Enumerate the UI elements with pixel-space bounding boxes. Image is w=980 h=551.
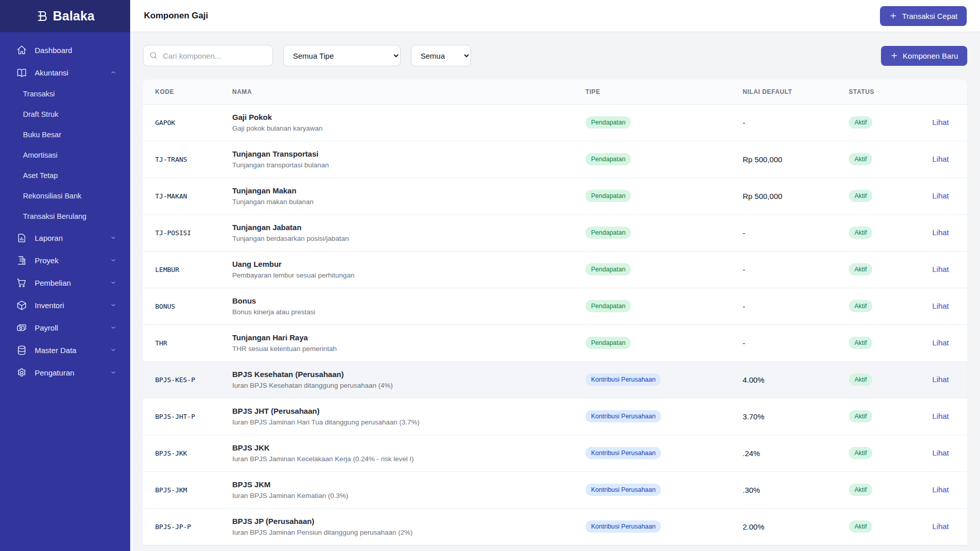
component-name: BPJS JP (Perusahaan) (232, 516, 579, 527)
default-value: - (727, 324, 835, 361)
default-value: 4.00% (727, 361, 835, 398)
banknotes-icon (16, 322, 27, 333)
sidebar-item-label: Inventori (35, 301, 102, 310)
sidebar-subitem-draft-struk[interactable]: Draft Struk (0, 104, 130, 124)
status-badge: Aktif (849, 484, 872, 496)
component-name: Uang Lembur (232, 259, 579, 269)
component-code: BPJS-JKK (143, 435, 232, 471)
sidebar-item-pengaturan[interactable]: Pengaturan (0, 361, 130, 384)
content: Semua Tipe Semua Komponen Baru KODE NAMA… (130, 32, 980, 551)
sidebar-item-laporan[interactable]: Laporan (0, 227, 130, 249)
default-value: - (727, 104, 835, 141)
component-description: Iuran BPJS Kesehatan ditanggung perusaha… (232, 381, 579, 391)
view-link[interactable]: Lihat (932, 155, 949, 163)
column-header-nilai-default: NILAI DEFAULT (727, 80, 835, 104)
view-link[interactable]: Lihat (932, 302, 949, 310)
sidebar-subitem-rekonsiliasi-bank[interactable]: Rekonsiliasi Bank (0, 186, 130, 206)
main-area: Komponen Gaji Transaksi Cepat Semua Tipe… (130, 0, 980, 551)
view-link[interactable]: Lihat (932, 265, 949, 273)
sidebar-subitem-amortisasi[interactable]: Amortisasi (0, 145, 130, 165)
view-link[interactable]: Lihat (932, 338, 949, 347)
view-link[interactable]: Lihat (932, 412, 949, 420)
component-description: Iuran BPJS Jaminan Pensiun ditanggung pe… (232, 528, 579, 538)
sidebar-subitem-aset-tetap[interactable]: Aset Tetap (0, 165, 130, 186)
search-input[interactable] (143, 45, 273, 66)
component-name: BPJS Kesehatan (Perusahaan) (232, 369, 579, 380)
column-header-action (911, 80, 967, 104)
component-name: BPJS JKM (232, 479, 579, 490)
view-link[interactable]: Lihat (932, 191, 949, 200)
sidebar-item-pembelian[interactable]: Pembelian (0, 271, 130, 294)
component-code: BONUS (143, 288, 232, 324)
quick-transaction-button[interactable]: Transaksi Cepat (880, 6, 967, 26)
sidebar-item-payroll[interactable]: Payroll (0, 316, 130, 339)
chevron-down-icon (110, 279, 117, 286)
status-badge: Aktif (849, 520, 872, 533)
type-badge: Pendapatan (585, 263, 631, 276)
column-header-status: STATUS (835, 80, 911, 104)
component-code: TJ-POSISI (143, 214, 232, 251)
table-row: TJ-POSISITunjangan JabatanTunjangan berd… (143, 214, 967, 251)
app-logo: Balaka (0, 0, 130, 32)
component-code: LEMBUR (143, 251, 232, 288)
new-component-button[interactable]: Komponen Baru (881, 46, 967, 66)
table-row: LEMBURUang LemburPembayaran lembur sesua… (143, 251, 967, 288)
component-description: Tunjangan transportasi bulanan (232, 160, 579, 170)
chevron-down-icon (110, 369, 117, 376)
database-icon (16, 345, 27, 356)
type-badge: Pendapatan (585, 337, 631, 349)
sidebar-subitem-transaksi-berulang[interactable]: Transaksi Berulang (0, 206, 130, 227)
type-badge: Pendapatan (585, 190, 631, 202)
component-code: BPJS-JKM (143, 471, 232, 508)
sidebar-item-inventori[interactable]: Inventori (0, 294, 130, 316)
view-link[interactable]: Lihat (932, 522, 949, 531)
default-value: .24% (727, 435, 835, 471)
chevron-down-icon (110, 346, 117, 354)
table-row: GAPOKGaji PokokGaji pokok bulanan karyaw… (143, 104, 967, 141)
sidebar: Balaka DashboardAkuntansiTransaksiDraft … (0, 0, 130, 551)
type-filter-select[interactable]: Semua Tipe (283, 45, 401, 66)
default-value: Rp 500,000 (727, 141, 835, 178)
table-row: TJ-MAKANTunjangan MakanTunjangan makan b… (143, 178, 967, 214)
component-description: Bonus kinerja atau prestasi (232, 307, 579, 317)
sidebar-subitem-transaksi[interactable]: Transaksi (0, 84, 130, 104)
plus-icon (889, 12, 897, 20)
chevron-down-icon (110, 257, 117, 264)
status-badge: Aktif (849, 263, 872, 276)
chevron-down-icon (110, 302, 117, 309)
view-link[interactable]: Lihat (932, 485, 949, 494)
component-description: Iuran BPJS Jaminan Kematian (0.3%) (232, 491, 579, 501)
book-icon (16, 67, 27, 78)
sidebar-subitem-buku-besar[interactable]: Buku Besar (0, 124, 130, 145)
sidebar-item-akuntansi[interactable]: Akuntansi (0, 61, 130, 84)
table-row: BPJS-JHT-PBPJS JHT (Perusahaan)Iuran BPJ… (143, 398, 967, 435)
top-bar: Komponen Gaji Transaksi Cepat (130, 0, 980, 32)
view-link[interactable]: Lihat (932, 448, 949, 457)
status-badge: Aktif (849, 227, 872, 239)
app-name: Balaka (53, 9, 95, 23)
sidebar-item-dashboard[interactable]: Dashboard (0, 39, 130, 61)
sidebar-item-label: Pengaturan (35, 368, 102, 377)
component-name: BPJS JKK (232, 442, 579, 453)
view-link[interactable]: Lihat (932, 118, 949, 127)
view-link[interactable]: Lihat (932, 228, 949, 237)
column-header-nama: NAMA (232, 80, 579, 104)
column-header-kode: KODE (143, 80, 232, 104)
sidebar-item-proyek[interactable]: Proyek (0, 249, 130, 271)
status-filter-select[interactable]: Semua (411, 45, 471, 66)
table-row: BPJS-JKKBPJS JKKIuran BPJS Jaminan Kecel… (143, 435, 967, 471)
view-link[interactable]: Lihat (932, 375, 949, 384)
component-name: Tunjangan Makan (232, 185, 579, 196)
status-badge: Aktif (849, 410, 872, 422)
default-value: 3.70% (727, 398, 835, 435)
component-description: THR sesuai ketentuan pemerintah (232, 344, 579, 354)
balaka-logo-icon (36, 9, 51, 24)
table-row: BPJS-JKMBPJS JKMIuran BPJS Jaminan Kemat… (143, 471, 967, 508)
type-badge: Pendapatan (585, 116, 631, 129)
component-description: Pembayaran lembur sesuai perhitungan (232, 270, 579, 281)
status-badge: Aktif (849, 373, 872, 386)
sidebar-item-master-data[interactable]: Master Data (0, 339, 130, 361)
sidebar-item-label: Dashboard (35, 46, 117, 55)
table-row: BPJS-JP-PBPJS JP (Perusahaan)Iuran BPJS … (143, 508, 967, 545)
cart-icon (16, 278, 27, 288)
